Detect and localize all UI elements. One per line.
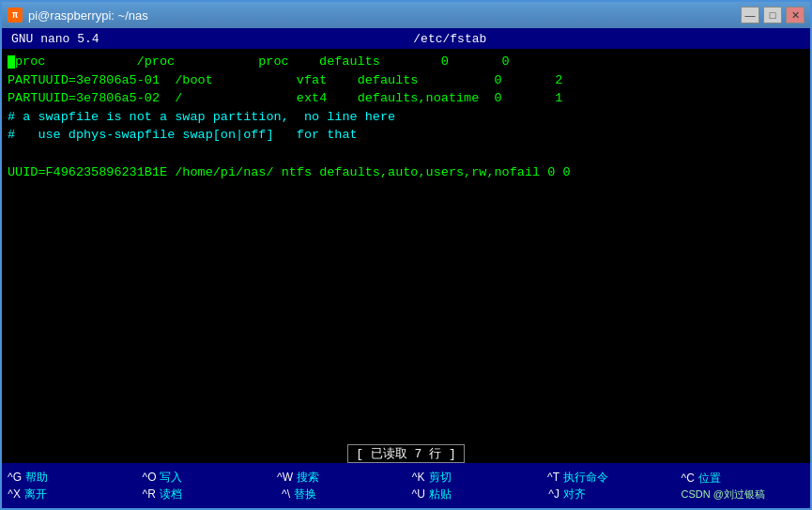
shortcut-cut: ^K 剪切 ^U 粘贴 (406, 463, 542, 508)
key-O: ^O (143, 471, 157, 484)
nano-version: GNU nano 5.4 (11, 32, 100, 46)
desc-paste: 粘贴 (429, 487, 452, 502)
key-K: ^K (412, 471, 425, 484)
desc-write: 写入 (160, 470, 182, 486)
key-J: ^J (546, 487, 559, 501)
line-text-1: proc /proc proc defaults 0 0 (15, 54, 510, 69)
key-T: ^T (546, 471, 559, 484)
status-bar: [ 已读取 7 行 ] (2, 442, 810, 463)
nano-filename: /etc/fstab (413, 32, 486, 46)
desc-position: 位置 (698, 471, 721, 487)
shortcut-search: ^W 搜索 ^\ 替换 (271, 463, 406, 508)
terminal-content[interactable]: proc /proc proc defaults 0 0 PARTUUID=3e… (2, 49, 810, 442)
terminal-window: π pi@raspberrypi: ~/nas — □ ✕ GNU nano 5… (0, 0, 812, 510)
shortcut-position: ^C 位置 CSDN @刘过银稿 (676, 463, 811, 508)
content-line-7: UUID=F496235896231B1E /home/pi/nas/ ntfs… (8, 163, 804, 182)
desc-read: 读档 (160, 487, 182, 502)
content-line-1: proc /proc proc defaults 0 0 (8, 53, 804, 71)
shortcut-help: ^G 帮助 ^X 离开 (2, 463, 137, 508)
close-button[interactable]: ✕ (786, 7, 804, 23)
content-line-5: # use dphys-swapfile swap[on|off] for th… (8, 126, 804, 145)
desc-credit: CSDN @刘过银稿 (682, 487, 765, 502)
shortcut-write: ^O 写入 ^R 读档 (137, 463, 272, 508)
empty-line-1 (8, 145, 804, 163)
shortcuts-bar: ^G 帮助 ^X 离开 ^O 写入 ^R 读档 (2, 463, 810, 508)
desc-exit: 离开 (24, 487, 47, 502)
window-title: pi@raspberrypi: ~/nas (28, 8, 148, 23)
app-icon: π (8, 8, 23, 23)
status-text: [ 已读取 7 行 ] (347, 444, 465, 463)
key-W: ^W (277, 471, 293, 484)
desc-replace: 替换 (294, 487, 316, 502)
desc-execute: 执行命令 (563, 470, 608, 486)
shortcut-execute: ^T 执行命令 ^J 对齐 (541, 463, 676, 508)
title-bar: π pi@raspberrypi: ~/nas — □ ✕ (2, 2, 810, 28)
content-line-2: PARTUUID=3e7806a5-01 /boot vfat defaults… (8, 71, 804, 90)
desc-align: 对齐 (563, 487, 586, 502)
desc-search: 搜索 (297, 470, 319, 486)
desc-help: 帮助 (25, 470, 48, 486)
key-C: ^C (682, 471, 695, 485)
nano-header: GNU nano 5.4 /etc/fstab (2, 28, 810, 49)
key-G: ^G (8, 471, 22, 484)
desc-cut: 剪切 (429, 470, 452, 486)
title-bar-left: π pi@raspberrypi: ~/nas (8, 8, 148, 23)
minimize-button[interactable]: — (741, 7, 759, 23)
cursor (8, 55, 15, 69)
key-R: ^R (143, 487, 156, 501)
key-backslash: ^\ (277, 487, 290, 501)
content-line-4: # a swapfile is not a swap partition, no… (8, 108, 804, 127)
key-U: ^U (412, 487, 425, 501)
key-X: ^X (8, 487, 21, 501)
maximize-button[interactable]: □ (763, 7, 782, 23)
window-controls: — □ ✕ (741, 7, 804, 23)
content-line-3: PARTUUID=3e7806a5-02 / ext4 defaults,noa… (8, 89, 804, 108)
